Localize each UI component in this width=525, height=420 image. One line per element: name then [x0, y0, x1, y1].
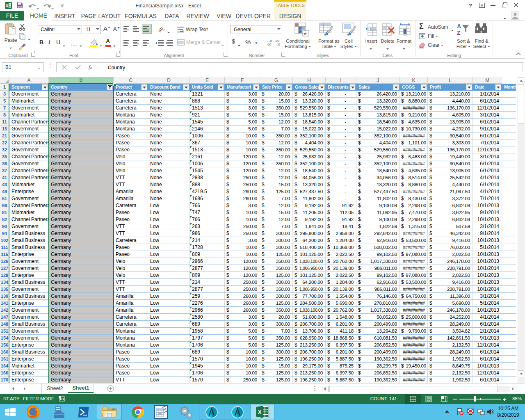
svg-text:.0: .0: [269, 39, 272, 43]
svg-text:Z: Z: [457, 30, 461, 36]
svg-text:X: X: [258, 409, 262, 415]
svg-text:A: A: [457, 23, 461, 30]
svg-text:≠: ≠: [304, 31, 306, 36]
svg-text:X: X: [5, 3, 9, 8]
svg-text:.00: .00: [267, 43, 272, 46]
svg-text:ab: ab: [158, 25, 165, 33]
